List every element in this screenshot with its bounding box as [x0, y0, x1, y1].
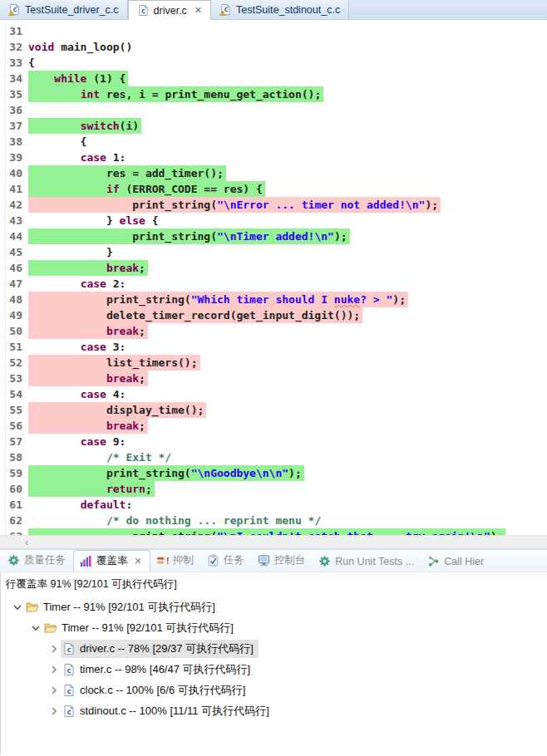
code-area[interactable]: 3132void main_loop()33{34 while (1) {35 … [0, 20, 547, 535]
panel-tab-bar-chart-1[interactable]: 覆盖率✕ [73, 550, 150, 572]
svg-text:c: c [140, 7, 145, 15]
code-line-48[interactable]: 48 print_string("Which timer should I nu… [0, 292, 547, 307]
code-segment: print_string( [28, 467, 191, 479]
code-line-39[interactable]: 39 case 1: [0, 150, 547, 165]
tree-item[interactable]: cstdinout.c -- 100% [11/11 可执行代码行] [61, 702, 274, 720]
panel-tab-call-hierarchy-6[interactable]: Call Hier [421, 552, 491, 572]
chevron-right-icon[interactable] [47, 684, 61, 697]
code-segment: ); [392, 293, 406, 306]
chevron-right-icon[interactable] [47, 663, 61, 676]
code-line-40[interactable]: 40 res = add_timer(); [0, 165, 547, 181]
code-segment [28, 325, 106, 337]
code-line-60[interactable]: 60 return; [0, 481, 547, 497]
gear-icon [7, 554, 20, 567]
close-icon[interactable]: ✕ [195, 5, 202, 16]
code-segment: } [28, 214, 120, 227]
chevron-right-icon[interactable] [47, 704, 61, 718]
panel-tab-suppress-2[interactable]: !抑制 [150, 550, 201, 572]
panel-tab-tasks-3[interactable]: 任务 [201, 550, 252, 572]
code-line-46[interactable]: 46 break; [0, 260, 547, 276]
editor-tab-driver-c[interactable]: cdriver.c✕ [128, 0, 212, 20]
code-line-35[interactable]: 35 int res, i = print_menu_get_action(); [0, 86, 547, 102]
panel-tab-console-4[interactable]: 控制台 [252, 550, 313, 572]
code-line-58[interactable]: 58 /* Exit */ [0, 449, 547, 465]
horizontal-scrollbar[interactable]: ‹ [0, 535, 547, 548]
coverage-summary: 行覆盖率 91% [92/101 可执行代码行] [4, 577, 547, 592]
chevron-down-icon[interactable] [29, 621, 42, 635]
code-segment: while [54, 72, 86, 85]
editor-tab-testsuite_stdinout_c-c[interactable]: c!TestSuite_stdinout_c.c [211, 0, 349, 19]
code-segment: if [106, 183, 120, 195]
tree-item[interactable]: cdriver.c -- 78% [29/37 可执行代码行] [61, 640, 259, 658]
code-text: case 2: [28, 276, 128, 292]
code-segment: case [81, 151, 106, 164]
close-icon[interactable]: ✕ [135, 556, 142, 567]
chevron-right-icon[interactable] [47, 642, 61, 655]
scroll-left-icon[interactable]: ‹ [25, 536, 28, 548]
panel-tab-gear-0[interactable]: 质量任务 [2, 550, 73, 572]
code-line-44[interactable]: 44 print_string("\nTimer added!\n"); [0, 228, 547, 244]
code-line-57[interactable]: 57 case 9: [0, 434, 547, 449]
tree-row-driver-c[interactable]: cdriver.c -- 78% [29/37 可执行代码行] [4, 638, 547, 659]
chevron-down-icon[interactable] [11, 601, 24, 614]
code-line-54[interactable]: 54 case 4: [0, 386, 547, 402]
code-line-52[interactable]: 52 list_timers(); [0, 355, 547, 371]
code-segment: case [81, 341, 106, 353]
tree-item[interactable]: ctimer.c -- 98% [46/47 可执行代码行] [61, 660, 255, 679]
code-line-32[interactable]: 32void main_loop() [0, 39, 547, 55]
tree-row-timer[interactable]: Timer -- 91% [92/101 可执行代码行] [4, 596, 547, 617]
code-line-41[interactable]: 41 if (ERROR_CODE == res) { [0, 181, 547, 197]
tree-row-timer[interactable]: Timer -- 91% [92/101 可执行代码行] [4, 617, 547, 638]
code-text: void main_loop() [28, 39, 135, 55]
tree-item-label: stdinout.c -- 100% [11/11 可执行代码行] [80, 704, 269, 719]
code-line-38[interactable]: 38 { [0, 134, 547, 150]
code-segment: ; [139, 325, 145, 337]
code-line-43[interactable]: 43 } else { [0, 213, 547, 228]
tree-row-timer-c[interactable]: ctimer.c -- 98% [46/47 可执行代码行] [4, 659, 547, 680]
tree-item[interactable]: cclock.c -- 100% [6/6 可执行代码行] [61, 681, 250, 700]
code-line-55[interactable]: 55 display_time(); [0, 402, 547, 418]
code-line-62[interactable]: 62 /* do nothing ... reprint menu */ [0, 513, 547, 528]
tree-item-label: timer.c -- 98% [46/47 可执行代码行] [80, 662, 250, 677]
code-line-56[interactable]: 56 break; [0, 418, 547, 434]
tree-item[interactable]: Timer -- 91% [92/101 可执行代码行] [42, 619, 239, 637]
code-segment: "\nTimer added!\n" [217, 230, 334, 243]
code-line-49[interactable]: 49 delete_timer_record(get_input_digit()… [0, 307, 547, 323]
code-segment: ? > " [360, 293, 392, 306]
code-line-42[interactable]: 42 print_string("\nError ... timer not a… [0, 197, 547, 213]
code-text: { [28, 55, 37, 71]
c-file-icon: c [62, 684, 76, 697]
code-line-45[interactable]: 45 } [0, 244, 547, 260]
code-line-59[interactable]: 59 print_string("\nGoodbye\n\n"); [0, 465, 547, 481]
code-segment: 2: [106, 277, 126, 290]
code-line-36[interactable]: 36 [0, 102, 547, 118]
tree-item-label: clock.c -- 100% [6/6 可执行代码行] [80, 683, 245, 698]
uncovered-line-text: display_time(); [28, 402, 206, 418]
coverage-panel: 质量任务覆盖率✕!抑制任务控制台Run Unit Tests ...Call H… [0, 548, 547, 754]
code-text: case 9: [28, 434, 128, 449]
tree-row-clock-c[interactable]: cclock.c -- 100% [6/6 可执行代码行] [4, 680, 547, 700]
panel-tab-gear-5[interactable]: Run Unit Tests ... [313, 552, 421, 572]
code-line-31[interactable]: 31 [0, 23, 547, 39]
c-file-warning-icon: c! [8, 3, 21, 16]
code-editor[interactable]: 3132void main_loop()33{34 while (1) {35 … [0, 20, 547, 548]
code-text: case 3: [28, 339, 128, 355]
code-line-51[interactable]: 51 case 3: [0, 339, 547, 355]
code-line-37[interactable]: 37 switch(i) [0, 118, 547, 134]
tree-item[interactable]: Timer -- 91% [92/101 可执行代码行] [24, 598, 220, 616]
uncovered-line-text: break; [28, 418, 148, 434]
code-line-61[interactable]: 61 default: [0, 497, 547, 513]
code-line-50[interactable]: 50 break; [0, 323, 547, 339]
code-line-33[interactable]: 33{ [0, 55, 547, 71]
line-number: 37 [0, 118, 28, 134]
code-segment: res = add_timer(); [28, 167, 224, 179]
tree-row-stdinout-c[interactable]: cstdinout.c -- 100% [11/11 可执行代码行] [4, 700, 547, 721]
code-line-53[interactable]: 53 break; [0, 371, 547, 386]
editor-tab-testsuite_driver_c-c[interactable]: c!TestSuite_driver_c.c [0, 0, 128, 19]
code-line-47[interactable]: 47 case 2: [0, 276, 547, 292]
code-line-34[interactable]: 34 while (1) { [0, 71, 547, 86]
code-segment: /* Exit */ [106, 451, 171, 464]
code-line-63[interactable]: 63 print_string("\nI couldn't catch that… [0, 528, 547, 535]
folder-open-icon [44, 621, 57, 635]
code-segment: (i) [120, 120, 139, 132]
